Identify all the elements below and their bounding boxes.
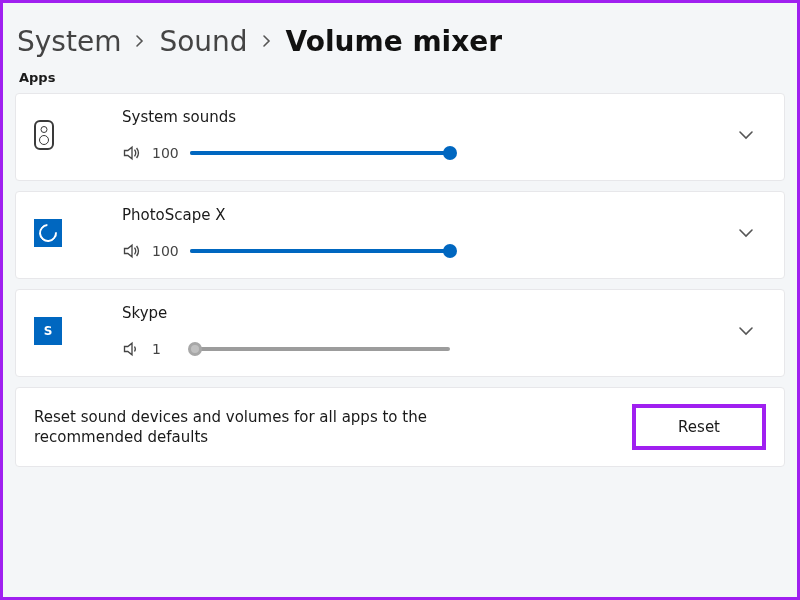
- volume-icon[interactable]: [122, 144, 142, 162]
- breadcrumb-sound[interactable]: Sound: [159, 25, 247, 58]
- reset-button[interactable]: Reset: [632, 404, 766, 450]
- app-volume-card: S Skype 1: [15, 289, 785, 377]
- breadcrumb-volume-mixer: Volume mixer: [286, 25, 502, 58]
- app-name-label: Skype: [74, 304, 726, 322]
- reset-description: Reset sound devices and volumes for all …: [34, 407, 454, 448]
- volume-value: 100: [152, 243, 180, 259]
- volume-low-icon[interactable]: [122, 340, 142, 358]
- skype-icon: S: [34, 317, 74, 345]
- chevron-right-icon: [135, 31, 145, 52]
- volume-slider[interactable]: [190, 243, 450, 259]
- volume-slider[interactable]: [190, 341, 450, 357]
- chevron-down-icon[interactable]: [726, 130, 766, 140]
- system-sounds-icon: [34, 120, 74, 150]
- chevron-down-icon[interactable]: [726, 326, 766, 336]
- breadcrumb: System Sound Volume mixer: [15, 15, 785, 70]
- app-name-label: PhotoScape X: [74, 206, 726, 224]
- volume-icon[interactable]: [122, 242, 142, 260]
- apps-section-label: Apps: [15, 70, 785, 93]
- reset-card: Reset sound devices and volumes for all …: [15, 387, 785, 467]
- app-name-label: System sounds: [74, 108, 726, 126]
- volume-value: 100: [152, 145, 180, 161]
- chevron-down-icon[interactable]: [726, 228, 766, 238]
- photoscape-icon: [34, 219, 74, 247]
- volume-value: 1: [152, 341, 180, 357]
- volume-slider[interactable]: [190, 145, 450, 161]
- app-volume-card: System sounds 100: [15, 93, 785, 181]
- app-volume-card: PhotoScape X 100: [15, 191, 785, 279]
- chevron-right-icon: [262, 31, 272, 52]
- breadcrumb-system[interactable]: System: [17, 25, 121, 58]
